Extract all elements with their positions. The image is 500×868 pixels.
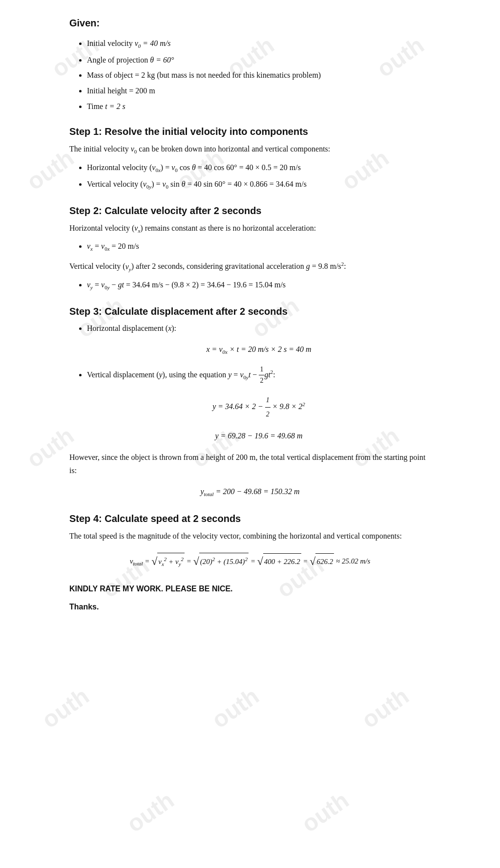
- step4-intro: The total speed is the magnitude of the …: [69, 529, 431, 542]
- step3-vertical-eq2: y = 69.28 − 19.6 = 49.68 m: [87, 428, 431, 444]
- step1-vertical: Vertical velocity (v0y) = v0 sin θ = 40 …: [87, 178, 431, 192]
- step3-horizontal-label: Horizontal displacement (x): x = v0x × t…: [87, 322, 431, 357]
- step4-heading: Step 4: Calculate speed at 2 seconds: [69, 513, 431, 524]
- final-note: KINDLY RATE MY WORK. PLEASE BE NICE.: [69, 582, 431, 595]
- given-title: Given:: [69, 15, 431, 31]
- step2-vertical-eq: vy = v0y − gt = 34.64 m/s − (9.8 × 2) = …: [87, 279, 431, 292]
- given-item-velocity: Initial velocity v0 = 40 m/s: [87, 37, 431, 51]
- step3-note: However, since the object is thrown from…: [69, 451, 431, 477]
- thanks: Thanks.: [69, 600, 431, 613]
- step1-intro: The initial velocity v0 can be broken do…: [69, 142, 431, 156]
- given-item-mass: Mass of object = 2 kg (but mass is not n…: [87, 69, 431, 82]
- step2-horizontal-eq: vx = v0x = 20 m/s: [87, 240, 431, 254]
- given-list: Initial velocity v0 = 40 m/s Angle of pr…: [69, 37, 431, 112]
- given-item-time: Time t = 2 s: [87, 100, 431, 113]
- step2-vertical-intro: Vertical velocity (vy) after 2 seconds, …: [69, 260, 431, 274]
- step2-heading: Step 2: Calculate velocity after 2 secon…: [69, 205, 431, 217]
- step2-horizontal-list: vx = v0x = 20 m/s: [69, 240, 431, 254]
- step3-vertical-label: Vertical displacement (y), using the equ…: [87, 364, 431, 444]
- step3-horizontal-eq: x = v0x × t = 20 m/s × 2 s = 40 m: [87, 342, 431, 357]
- step1-heading: Step 1: Resolve the initial velocity int…: [69, 126, 431, 137]
- step2-vertical-list: vy = v0y − gt = 34.64 m/s − (9.8 × 2) = …: [69, 279, 431, 292]
- step4-eq: vtotal = √vx2 + vy2 = √(20)2 + (15.04)2 …: [69, 550, 431, 573]
- given-item-height: Initial height = 200 m: [87, 85, 431, 97]
- step3-total-eq: ytotal = 200 − 49.68 = 150.32 m: [69, 484, 431, 499]
- step1-horizontal: Horizontal velocity (v0x) = v0 cos θ = 4…: [87, 161, 431, 175]
- step2-horizontal-intro: Horizontal velocity (vx) remains constan…: [69, 221, 431, 236]
- step3-vertical-eq1: y = 34.64 × 2 − 1 2 × 9.8 × 22: [87, 393, 431, 421]
- step1-list: Horizontal velocity (v0x) = v0 cos θ = 4…: [69, 161, 431, 192]
- given-item-angle: Angle of projection θ = 60°: [87, 54, 431, 66]
- step3-heading: Step 3: Calculate displacement after 2 s…: [69, 306, 431, 317]
- step3-list: Horizontal displacement (x): x = v0x × t…: [69, 322, 431, 444]
